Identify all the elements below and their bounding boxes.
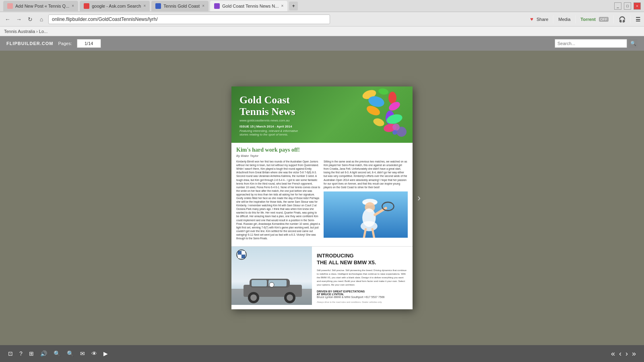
svg-point-17: [250, 294, 257, 301]
nav-next-button[interactable]: ›: [625, 350, 628, 358]
ad-fine-print: Always drive to the road rules and condi…: [317, 301, 408, 303]
grid-button[interactable]: ⊞: [29, 350, 34, 357]
svg-rect-25: [242, 251, 245, 255]
ad-tagline: DRIVEN BY GREAT EXPECTATIONSAT BRUCE LYN…: [317, 290, 408, 296]
menu-icon[interactable]: ☰: [636, 16, 641, 23]
help-button[interactable]: ?: [19, 350, 23, 357]
pages-label: Pages:: [58, 41, 72, 46]
share-icon: ♥: [530, 16, 533, 22]
reload-button[interactable]: ↻: [26, 15, 35, 24]
nav-prev-button[interactable]: ‹: [619, 350, 621, 358]
search-button[interactable]: 🔍: [629, 39, 638, 48]
bookmarks-bar: Tennis Australia › Lo...: [0, 27, 644, 36]
tab-favicon-1: [7, 3, 13, 9]
tab-tennis-gold-coast[interactable]: Tennis Gold Coast ×: [151, 1, 208, 11]
bottom-toolbar: ⊡ ? ⊞ 🔊 🔍 🔍 ✉ 👁 ▶ « ‹ › »: [0, 345, 644, 362]
svg-rect-26: [238, 255, 242, 258]
magazine-issue: ISSUE 15 | March 2014 - April 2014: [239, 125, 405, 128]
nav-first-button[interactable]: «: [611, 350, 615, 358]
pages-input[interactable]: [77, 39, 101, 48]
svg-point-7: [361, 221, 378, 231]
close-button[interactable]: ×: [634, 2, 641, 10]
tab-label-1: Add New Post « Tennis Q...: [15, 4, 69, 8]
tab-google[interactable]: google - Ask.com Search ×: [80, 1, 150, 11]
zoom-in-button[interactable]: 🔍: [67, 350, 74, 357]
tab-favicon-2: [84, 3, 89, 9]
window-controls: _ □ ×: [614, 2, 641, 10]
search-input[interactable]: [555, 39, 627, 48]
magazine-title: Gold CoastTennis News: [239, 95, 405, 117]
ad-image: [231, 247, 312, 305]
ad-body: Still powerful. Still precise. Still pio…: [317, 269, 408, 287]
headphones-icon[interactable]: 🎧: [619, 16, 625, 23]
svg-rect-14: [252, 280, 267, 286]
magazine-tagline: Featuring interesting, relevant & inform…: [239, 129, 405, 136]
separator-1: [553, 15, 553, 23]
tab-close-2[interactable]: ×: [143, 4, 146, 8]
header-content: Gold CoastTennis News www.goldcoasttenni…: [231, 86, 413, 140]
tab-label-3: Tennis Gold Coast: [163, 4, 200, 8]
flipbuilder-bar: FLIPBUILDER.COM Pages: 🔍: [0, 36, 644, 51]
new-tab-button[interactable]: +: [289, 2, 298, 10]
magazine-website: www.goldcoasttennis-news.com.au: [239, 119, 405, 122]
tab-add-post[interactable]: Add New Post « Tennis Q... ×: [3, 1, 78, 11]
title-bar: Add New Post « Tennis Q... × google - As…: [0, 0, 644, 12]
tab-close-1[interactable]: ×: [72, 4, 74, 8]
bookmark-button[interactable]: 👁: [91, 350, 97, 357]
separator-2: [575, 15, 576, 23]
article-column-left: Kimberly Birrell won her first two round…: [236, 160, 320, 240]
article-right-text: Sitting in the same seat as the previous…: [324, 160, 408, 189]
play-button[interactable]: ▶: [103, 350, 108, 357]
torrent-label[interactable]: Torrent: [580, 17, 596, 22]
svg-point-19: [287, 294, 293, 301]
article-column-right: Sitting in the same seat as the previous…: [324, 160, 408, 240]
magazine-container: Gold CoastTennis News www.goldcoasttenni…: [231, 86, 413, 309]
magazine-header: Gold CoastTennis News www.goldcoasttenni…: [231, 86, 413, 143]
minimize-button[interactable]: _: [614, 2, 621, 10]
bookmark-tennis-australia[interactable]: Tennis Australia › Lo...: [4, 29, 47, 34]
tab-favicon-4: [214, 3, 220, 9]
player-placeholder: [324, 191, 408, 238]
tab-close-4[interactable]: ×: [281, 4, 283, 8]
nav-last-button[interactable]: »: [632, 350, 636, 358]
player-svg: [324, 191, 408, 238]
article-byline: By Blake Taylor: [236, 154, 408, 158]
torrent-badge: OFF: [599, 17, 609, 22]
main-area: Gold CoastTennis News www.goldcoasttenni…: [0, 51, 644, 345]
share-button[interactable]: ✉: [80, 350, 85, 357]
sound-button[interactable]: 🔊: [40, 350, 47, 357]
page-navigation: « ‹ › »: [611, 350, 636, 358]
article-section: Kim's hard work pays off! By Blake Taylo…: [231, 143, 413, 244]
article-columns: Kimberly Birrell won her first two round…: [236, 160, 408, 240]
tab-gold-coast-news[interactable]: Gold Coast Tennis News N... ×: [210, 1, 287, 11]
forward-button[interactable]: →: [14, 15, 23, 24]
ad-section: INTRODUCINGTHE ALL NEW BMW X5. Still pow…: [231, 246, 413, 309]
svg-rect-24: [242, 255, 245, 258]
separator-4: [630, 15, 631, 23]
share-label[interactable]: Share: [537, 17, 548, 22]
ad-car-svg: [231, 247, 312, 305]
media-label[interactable]: Media: [558, 17, 570, 22]
tab-label-4: Gold Coast Tennis News N...: [222, 4, 279, 8]
home-button[interactable]: ⌂: [37, 15, 46, 24]
flipbuilder-logo: FLIPBUILDER.COM: [6, 41, 53, 46]
next-page-arrow[interactable]: ›: [417, 192, 421, 204]
svg-point-20: [269, 282, 274, 287]
back-button[interactable]: ←: [3, 15, 12, 24]
url-input[interactable]: [48, 14, 330, 24]
fullscreen-button[interactable]: ⊡: [8, 350, 13, 357]
svg-rect-23: [238, 251, 242, 255]
ad-dealer: Bruce Lynton BMW & MINI Southport +617 5…: [317, 296, 408, 298]
address-bar: ← → ↻ ⌂ ♥ Share Media Torrent OFF 🎧 ☰: [0, 12, 644, 27]
player-image: [324, 191, 408, 238]
tab-label-2: google - Ask.com Search: [92, 4, 141, 8]
browser-frame: Add New Post « Tennis Q... × google - As…: [0, 0, 644, 362]
ad-text: INTRODUCINGTHE ALL NEW BMW X5. Still pow…: [312, 247, 413, 309]
separator-3: [613, 15, 614, 23]
tab-close-3[interactable]: ×: [202, 4, 204, 8]
article-headline: Kim's hard work pays off!: [236, 147, 408, 153]
maximize-button[interactable]: □: [624, 2, 631, 10]
zoom-out-button[interactable]: 🔍: [54, 350, 60, 357]
ad-headline: INTRODUCINGTHE ALL NEW BMW X5.: [317, 253, 408, 266]
toolbar-right: ♥ Share Media Torrent OFF 🎧 ☰: [530, 15, 641, 23]
